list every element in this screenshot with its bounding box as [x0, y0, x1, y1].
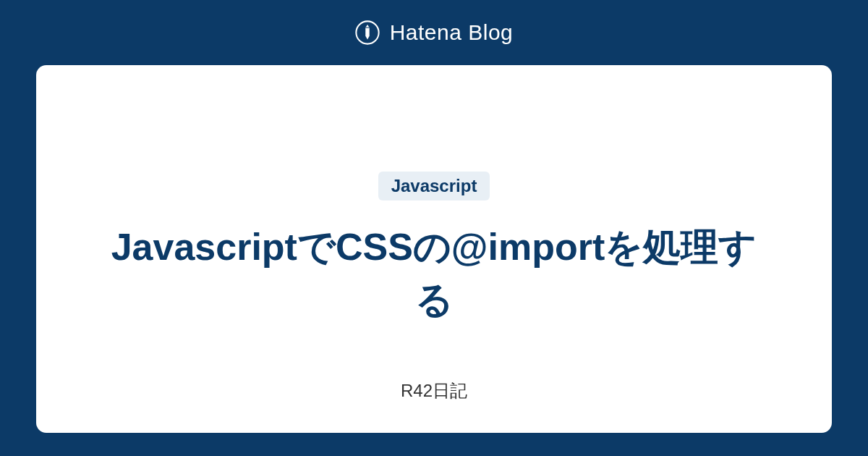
- hatena-pen-icon: [355, 20, 380, 45]
- header: Hatena Blog: [355, 0, 514, 65]
- blog-name: R42日記: [401, 379, 467, 402]
- logo-text: Hatena Blog: [390, 20, 514, 45]
- article-card: Javascript JavascriptでCSSの@importを処理する R…: [36, 65, 832, 433]
- category-tag: Javascript: [378, 172, 490, 200]
- article-title: JavascriptでCSSの@importを処理する: [109, 221, 760, 326]
